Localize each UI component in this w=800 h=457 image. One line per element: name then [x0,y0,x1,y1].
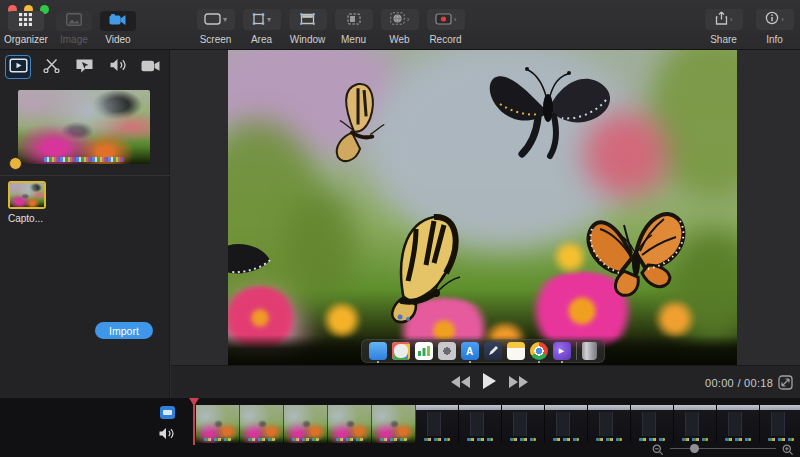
chevron-down-icon: ▾ [223,16,227,24]
timeline-frame [760,405,800,443]
fullscreen-icon[interactable] [778,375,793,394]
tab-organizer-label: Organizer [4,34,48,45]
timeline [0,398,800,457]
clip-list-item[interactable]: Capto... [8,181,68,224]
timeline-frame [372,405,416,443]
capture-buttons: ▾ Screen ▾ Area Window [194,9,467,45]
tab-organizer[interactable]: Organizer [4,11,48,45]
audio-track-icon[interactable] [158,426,174,444]
finder-icon [369,342,387,360]
butterfly-black-swallowtail [478,52,618,166]
stats-icon [415,342,433,360]
image-icon [66,12,82,30]
timeline-frame [328,405,372,443]
video-track-icon[interactable] [160,406,175,419]
zoom-in-icon[interactable] [782,442,794,457]
preview-area: A ▶ [171,50,800,365]
annotate-tool-button[interactable] [71,55,97,79]
clip-thumbnail[interactable] [8,181,46,209]
rewind-button[interactable] [451,374,470,392]
timeline-frame [459,405,502,443]
window-capture-button[interactable]: Window [286,9,329,45]
trash-icon [582,342,597,360]
share-icon [715,11,728,29]
record-icon [435,11,452,29]
chrome-icon [530,342,548,360]
chevron-right-icon: › [781,16,784,24]
mode-tabs: Organizer Image [4,11,136,45]
scissors-icon [43,58,60,77]
timeline-frame [284,405,328,443]
butterfly-monarch [584,203,687,305]
playback-controls-bar: 00:00 / 00:18 [171,365,800,398]
web-capture-button[interactable]: › Web [378,9,421,45]
zoom-slider-track[interactable] [670,448,776,449]
camera-icon [141,58,160,76]
import-button[interactable]: Import [95,322,153,339]
web-capture-icon [390,11,405,29]
camera-tool-button[interactable] [137,55,163,79]
capto-app-window: Organizer Image [0,0,800,457]
window-capture-icon [300,11,315,29]
timeline-frame [674,405,717,443]
sidebar-divider [0,175,170,176]
playhead-line [193,404,195,445]
chevron-down-icon: ▾ [267,16,271,24]
area-capture-button[interactable]: ▾ Area [240,9,283,45]
mini-dock-strip [44,157,123,162]
chevron-right-icon: › [730,16,733,24]
tab-image[interactable]: Image [56,11,92,45]
dock-separator [576,342,577,360]
video-canvas[interactable]: A ▶ [228,50,737,365]
zoom-slider-knob[interactable] [690,444,699,453]
launchpad-icon [392,342,410,360]
fast-forward-button[interactable] [509,374,528,392]
chevron-right-icon: › [454,16,457,24]
selected-clip-preview[interactable] [18,90,150,164]
timeline-frame [196,405,240,443]
share-button[interactable]: › Share [702,9,745,45]
toolbar-right-buttons: › Share › Info [702,9,796,45]
menu-capture-button[interactable]: Menu [332,9,375,45]
video-tools-row [0,50,170,84]
record-button[interactable]: › Record [424,9,467,45]
capto-icon: ▶ [553,342,571,360]
info-button[interactable]: › Info [753,9,796,45]
tab-image-label: Image [60,34,88,45]
clip-name-label: Capto... [8,213,68,224]
timeline-frame [717,405,760,443]
area-capture-icon [252,11,265,29]
timeline-filmstrip[interactable] [196,405,800,443]
zoom-out-icon[interactable] [652,442,664,457]
chevron-right-icon: › [407,16,410,24]
timeline-frame [416,405,459,443]
butterfly-tiger-swallowtail-large [346,205,473,331]
timeline-frame [545,405,588,443]
recorded-dock: A ▶ [361,339,605,363]
timeline-frame [502,405,545,443]
sidebar: Capto... Import [0,50,170,398]
screen-capture-button[interactable]: ▾ Screen [194,9,237,45]
tab-video-label: Video [105,34,130,45]
play-button[interactable] [483,373,496,393]
preview-tool-icon [9,58,28,77]
screen-capture-icon [204,11,221,29]
settings-icon [438,342,456,360]
trim-tool-button[interactable] [38,55,64,79]
time-display: 00:00 / 00:18 [705,366,773,399]
app-store-icon: A [461,342,479,360]
speaker-icon [109,58,126,76]
butterfly-partial-left [228,236,278,286]
butterfly-tiger-swallowtail-small [323,76,387,176]
transport-controls [451,366,528,399]
menu-capture-icon [347,11,361,29]
tab-video[interactable]: Video [100,11,136,45]
editor-pen-icon [484,342,502,360]
main-toolbar: Organizer Image [0,0,800,50]
audio-tool-button[interactable] [104,55,130,79]
notes-icon [507,342,525,360]
preview-tool-button[interactable] [5,55,31,79]
timeline-zoom-controls [652,442,794,455]
annotation-icon [75,58,94,77]
playhead[interactable] [188,398,199,446]
